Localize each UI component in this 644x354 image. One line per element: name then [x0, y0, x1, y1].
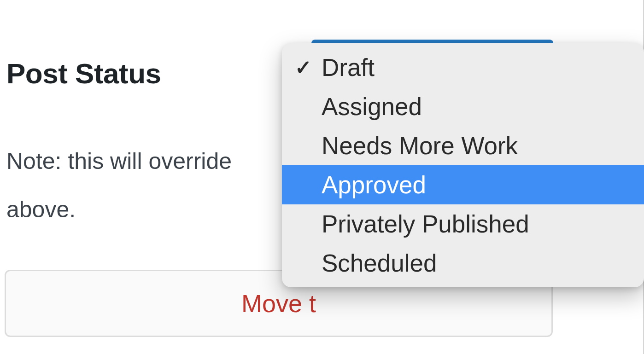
note-line-1: Note: this will override [6, 148, 232, 174]
status-option-label: Needs More Work [322, 132, 633, 160]
status-option-label: Assigned [322, 93, 633, 121]
status-option-label: Approved [322, 171, 633, 199]
status-option-label: Scheduled [322, 249, 633, 277]
status-option-scheduled[interactable]: Scheduled [282, 244, 644, 283]
status-dropdown[interactable]: ✓DraftAssignedNeeds More WorkApprovedPri… [282, 43, 644, 287]
status-option-draft[interactable]: ✓Draft [282, 48, 644, 87]
status-option-assigned[interactable]: Assigned [282, 87, 644, 126]
section-heading: Post Status [6, 57, 161, 90]
status-option-privately-published[interactable]: Privately Published [282, 204, 644, 244]
note-line-2: above. [6, 197, 76, 222]
status-select-collapsed[interactable] [311, 40, 553, 43]
check-icon: ✓ [295, 56, 322, 79]
move-to-trash-label: Move t [241, 289, 316, 318]
status-option-label: Draft [322, 53, 633, 81]
status-option-needs-more-work[interactable]: Needs More Work [282, 126, 644, 165]
status-option-approved[interactable]: Approved [282, 165, 644, 204]
post-status-panel: Post Status Note: this will override abo… [0, 0, 644, 354]
status-option-label: Privately Published [322, 210, 633, 238]
